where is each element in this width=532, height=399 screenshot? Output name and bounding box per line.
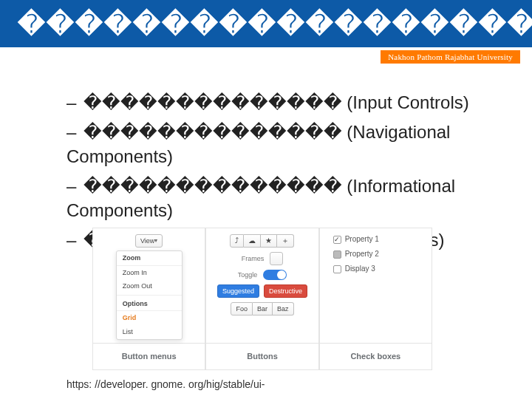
checkbox-2[interactable]: [333, 250, 341, 259]
frames-label: Frames: [242, 254, 265, 264]
bullet-glyphs: ��������������: [83, 176, 342, 196]
suggested-button[interactable]: Suggested: [217, 284, 259, 298]
share-icon: ⤴: [235, 237, 239, 245]
bullet-informational: – �������������� (Informational Componen…: [66, 174, 502, 223]
menu-item-grid[interactable]: Grid: [117, 311, 182, 325]
bullet-paren: (Input Controls): [347, 92, 468, 112]
view-dropdown-button[interactable]: View: [135, 234, 163, 248]
icon-button-group: ⤴ ☁ ★ ＋: [230, 234, 294, 248]
hig-figure: View Zoom Zoom In Zoom Out Options Grid …: [92, 228, 432, 370]
footer-url: https: //developer. gnome. org/hig/stabl…: [66, 378, 265, 390]
seg-bar[interactable]: Bar: [253, 302, 273, 316]
cloud-icon-button[interactable]: ☁: [244, 234, 261, 248]
slide-title: ������������������: [18, 9, 532, 39]
bullet-dash: –: [66, 120, 78, 145]
seg-baz[interactable]: Baz: [273, 302, 294, 316]
segmented-buttons: Foo Bar Baz: [231, 302, 293, 316]
view-dropdown-menu: Zoom Zoom In Zoom Out Options Grid List: [116, 250, 183, 340]
toggle-switch[interactable]: [263, 270, 287, 280]
menu-header-zoom: Zoom: [117, 251, 182, 266]
bullet-dash: –: [66, 174, 78, 199]
checkbox-row-1[interactable]: Property 1: [333, 234, 379, 245]
checkbox-row-3[interactable]: Display 3: [333, 264, 375, 274]
bullet-input-controls: – �������������� (Input Controls): [66, 90, 502, 115]
bullet-glyphs: ��������������: [83, 122, 342, 142]
university-name: Nakhon Pathom Rajabhat University: [388, 52, 513, 61]
menu-item-zoom-in[interactable]: Zoom In: [117, 266, 182, 280]
menu-item-zoom-out[interactable]: Zoom Out: [117, 279, 182, 293]
bullet-dash: –: [66, 228, 78, 253]
checkbox-row-2[interactable]: Property 2: [333, 249, 379, 259]
star-icon-button[interactable]: ★: [261, 234, 277, 248]
hig-examples-row: View Zoom Zoom In Zoom Out Options Grid …: [92, 228, 432, 344]
destructive-button[interactable]: Destructive: [264, 284, 307, 298]
menu-header-options: Options: [117, 297, 182, 312]
bullet-glyphs: ��������������: [83, 92, 342, 112]
hig-captions-row: Button menus Buttons Check boxes: [92, 344, 432, 370]
menu-separator: [117, 295, 182, 296]
checkbox-1[interactable]: [333, 236, 341, 244]
hig-cell-buttons: ⤴ ☁ ★ ＋ Frames Toggle Suggested: [205, 228, 318, 344]
hig-cell-checkboxes: Property 1 Property 2 Display 3: [319, 228, 432, 344]
caption-buttons: Buttons: [205, 344, 318, 370]
checkbox-1-label: Property 1: [345, 234, 379, 245]
menu-item-list[interactable]: List: [117, 325, 182, 339]
plus-icon-button[interactable]: ＋: [277, 234, 294, 248]
cloud-icon: ☁: [248, 237, 256, 245]
slide-title-band: ������������������: [0, 0, 532, 47]
slide-body: – �������������� (Input Controls) – ����…: [0, 65, 532, 253]
destructive-label: Destructive: [269, 287, 302, 296]
plus-icon: ＋: [282, 237, 289, 245]
caption-button-menus: Button menus: [92, 344, 205, 370]
bullet-dash: –: [66, 90, 78, 115]
frames-button[interactable]: [270, 252, 283, 265]
checkbox-3[interactable]: [333, 265, 341, 273]
view-dropdown-label: View: [140, 236, 154, 246]
checkbox-2-label: Property 2: [345, 249, 379, 259]
checkbox-3-label: Display 3: [345, 264, 375, 274]
suggested-label: Suggested: [222, 287, 254, 296]
caption-checkboxes: Check boxes: [319, 344, 432, 370]
university-tag: Nakhon Pathom Rajabhat University: [381, 50, 520, 64]
bullet-navigational: – �������������� (Navigational Component…: [66, 120, 502, 169]
footer-url-text: https: //developer. gnome. org/hig/stabl…: [66, 378, 265, 390]
star-icon: ★: [265, 237, 272, 245]
seg-foo[interactable]: Foo: [231, 302, 253, 316]
subheader-row: Nakhon Pathom Rajabhat University: [0, 47, 532, 65]
toggle-label: Toggle: [238, 270, 258, 280]
share-icon-button[interactable]: ⤴: [230, 234, 244, 248]
hig-cell-button-menus: View Zoom Zoom In Zoom Out Options Grid …: [92, 228, 205, 344]
